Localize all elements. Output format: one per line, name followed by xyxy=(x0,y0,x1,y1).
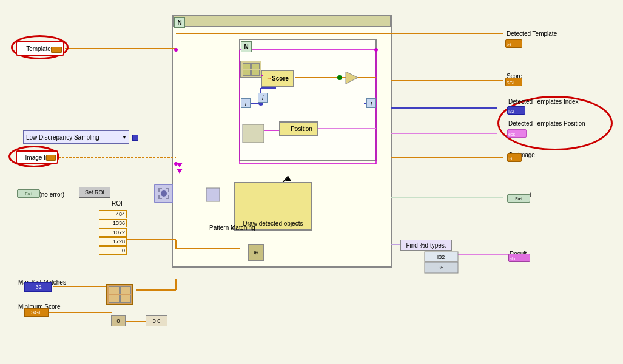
detected-position-terminal: eos xyxy=(507,129,527,138)
main-box-title xyxy=(173,15,391,27)
dropdown-arrow-icon: ▼ xyxy=(122,135,127,140)
detected-position-label: Detected Templates Position xyxy=(508,120,585,127)
position-vi-label: Position xyxy=(291,126,312,132)
i-outer-label: i xyxy=(366,98,376,108)
num-484: 484 xyxy=(99,210,127,218)
set-roi-button[interactable]: Set ROI xyxy=(79,187,110,198)
svg-point-43 xyxy=(174,48,178,52)
i-score-label: i xyxy=(258,93,268,103)
arrow-in-icon: → xyxy=(266,75,272,81)
svg-text:≥: ≥ xyxy=(253,129,256,135)
score-vi-label: Score xyxy=(272,75,289,82)
svg-text:%: % xyxy=(439,265,443,271)
num-1336: 1336 xyxy=(99,219,127,228)
roi-label: ROI xyxy=(112,200,123,207)
svg-rect-49 xyxy=(206,188,220,201)
number-cluster: 484 1336 1072 1728 0 xyxy=(98,209,127,255)
svg-rect-47 xyxy=(248,124,261,138)
n-inner-label: N xyxy=(241,41,252,52)
score-out-terminal: SGL xyxy=(505,78,522,86)
detected-template-terminal: b·i xyxy=(505,39,522,48)
low-discrepancy-label: Low Discrepancy Sampling xyxy=(26,134,99,141)
low-discrepancy-dropdown[interactable]: Low Discrepancy Sampling ▼ xyxy=(23,130,129,144)
num-0: 0 xyxy=(99,246,127,255)
svg-text:I32: I32 xyxy=(437,254,445,260)
position-vi-block[interactable]: → Position xyxy=(279,121,318,136)
image-in-label: Image In xyxy=(25,154,49,161)
svg-rect-54 xyxy=(425,262,458,273)
imagein-terminal xyxy=(46,155,56,161)
max-matches-terminal: I32 xyxy=(24,282,52,292)
find-types-label: Find %d types. xyxy=(406,242,446,249)
result-terminal: abc xyxy=(508,254,530,262)
down-arrow-indicator-2 xyxy=(177,169,183,174)
templates-label: Templates xyxy=(26,46,54,52)
draw-detected-block[interactable]: Draw detected objects xyxy=(234,182,312,231)
svg-marker-46 xyxy=(346,72,358,84)
image-in-block: Image In xyxy=(16,150,58,164)
svg-point-41 xyxy=(337,75,342,80)
error-out-terminal: Fa·i xyxy=(507,194,530,203)
detected-index-label: Detected Templates Index xyxy=(508,98,578,105)
pattern-matching-label: Pattern Matching xyxy=(209,224,255,231)
detected-template-label: Detected Template xyxy=(507,30,557,37)
index-node: ⊕ xyxy=(248,244,264,261)
detected-index-terminal: I32 xyxy=(507,106,525,115)
set-roi-label: Set ROI xyxy=(85,189,104,195)
n-outer-label: N xyxy=(174,17,185,28)
blue-connector xyxy=(132,135,138,141)
templates-terminal xyxy=(51,47,62,53)
zero-pair-box: 0 0 xyxy=(146,315,167,326)
error-in-box: Fa·i xyxy=(17,189,40,198)
svg-rect-52 xyxy=(243,124,264,143)
svg-rect-56 xyxy=(425,252,458,261)
min-score-terminal: SGL xyxy=(24,308,49,317)
inner-loop-index xyxy=(240,61,261,78)
num-1728: 1728 xyxy=(99,237,127,246)
num-1072: 1072 xyxy=(99,228,127,237)
down-arrow-indicator xyxy=(177,163,183,167)
out-image-terminal: b·i xyxy=(507,153,522,162)
svg-point-45 xyxy=(374,48,378,52)
svg-marker-39 xyxy=(285,176,291,181)
roi-selector-node xyxy=(154,184,173,203)
cluster-node xyxy=(106,284,133,305)
find-types-block[interactable]: Find %d types. xyxy=(400,240,452,251)
score-vi-block[interactable]: → Score xyxy=(261,70,294,87)
templates-block: Templates xyxy=(16,41,64,56)
i-inner-label: i xyxy=(241,98,251,108)
zero-box: 0 xyxy=(111,315,126,326)
